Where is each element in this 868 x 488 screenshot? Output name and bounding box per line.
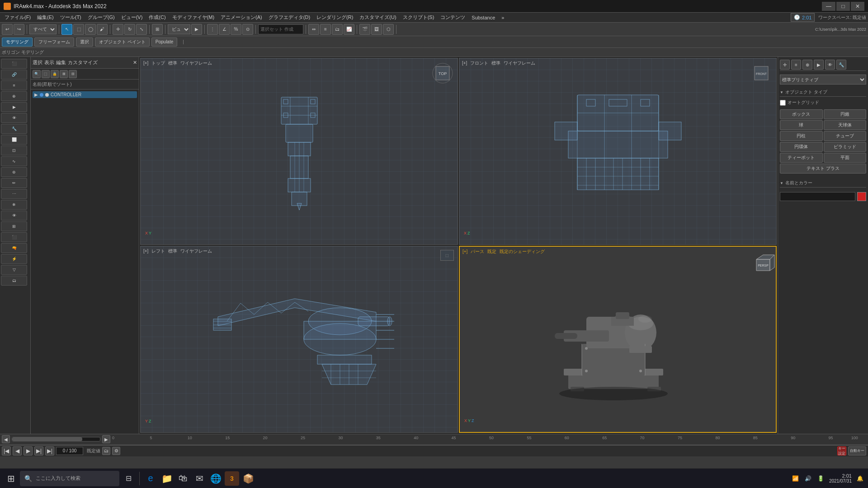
spinner-snap-button[interactable]: ⊙ [242,24,253,35]
vp-persp-name[interactable]: パース [471,249,484,254]
menu-script[interactable]: スクリプト(S) [400,13,437,22]
vp-top-name[interactable]: トップ [151,61,165,66]
sphere-btn[interactable]: 球 [780,120,823,130]
vp-top-label[interactable]: [+] トップ 標準 ワイヤフレーム [143,60,214,66]
vp-persp-label[interactable]: [+] パース 既定 既定のシェーディング [462,249,547,255]
3dsmax-taskbar-icon[interactable]: 3 [225,471,239,486]
vp-persp-mode[interactable]: 既定 [487,249,496,254]
view-dropdown[interactable]: ビュー [168,24,190,34]
ribbon-populate-tab[interactable]: Populate [151,38,177,47]
tool16-btn[interactable]: ⊞ [1,221,27,231]
scene-explorer-menu-select[interactable]: 選択 [33,59,42,66]
tube-btn[interactable]: チューブ [824,131,867,141]
store-icon[interactable]: 🛍 [176,471,190,486]
utilities-btn[interactable]: 🔧 [1,124,27,134]
tool15-btn[interactable]: 👁 [1,211,27,221]
ribbon-freeform-tab[interactable]: フリーフォーム [34,38,74,47]
play-btn[interactable]: ▶ [24,446,33,455]
menu-graph-editor[interactable]: グラフエディタ(D) [266,13,313,22]
explorer-icon[interactable]: 📁 [160,471,174,486]
viewport-top[interactable]: [+] トップ 標準 ワイヤフレーム TOP [140,58,458,245]
vp-front-display[interactable]: ワイヤフレーム [504,61,535,66]
scale-button[interactable]: ⤡ [136,24,147,35]
undo-button[interactable]: ↩ [2,24,13,35]
teapot-btn[interactable]: ティーポット [780,153,823,163]
select-tool-button[interactable]: ↖ [61,24,72,35]
vp-persp-display[interactable]: 既定のシェーディング [500,249,545,254]
color-swatch[interactable] [857,192,866,201]
lasso-select-button[interactable]: ◯ [85,24,96,35]
menu-content[interactable]: コンテンツ [438,13,468,22]
viewport-persp[interactable]: [+] パース 既定 既定のシェーディング PERSP [459,246,777,433]
ribbon-selection-tab[interactable]: 選択 [76,38,93,47]
scene-explorer-menu-display[interactable]: 表示 [44,59,54,66]
curve-editor-button[interactable]: 📈 [344,24,354,35]
paint-select-button[interactable]: 🖌 [97,24,108,35]
scrollbar-thumb[interactable] [12,437,82,441]
scene-collapse-btn[interactable]: ⊟ [69,70,77,78]
selection-set-input[interactable] [258,24,303,34]
chrome-icon[interactable]: 🌐 [208,471,223,486]
viewcube-persp[interactable]: PERSP [750,250,772,273]
menu-tools[interactable]: ツール(T) [57,13,84,22]
vp-left-name[interactable]: レフト [151,249,165,253]
app-icon-2[interactable]: 📦 [241,471,255,486]
menu-file[interactable]: ファイル(F) [2,13,33,22]
vp-front-plus[interactable]: [+] [462,61,467,66]
scroll-right-btn[interactable]: ▶ [102,435,110,443]
display-btn[interactable]: 👁 [1,113,27,123]
next-frame-btn[interactable]: ▶| [34,446,43,455]
tool13-btn[interactable]: ⋯ [1,189,27,199]
speaker-tray-icon[interactable]: 🔊 [804,474,813,483]
vp-front-label[interactable]: [+] フロント 標準 ワイヤフレーム [462,60,537,66]
tool12-btn[interactable]: ✏ [1,178,27,188]
modify-panel-icon[interactable]: ≡ [791,60,801,70]
motion-btn[interactable]: ▶ [1,102,27,112]
utilities-panel-icon[interactable]: 🔧 [836,60,846,70]
tool9-btn[interactable]: ⊡ [1,145,27,155]
textplus-btn[interactable]: テキスト プラス [780,164,866,174]
reference-coord-button[interactable]: ⊞ [152,24,163,35]
vp-left-display[interactable]: ワイヤフレーム [180,249,212,253]
go-start-btn[interactable]: |◀ [2,446,11,455]
redo-button[interactable]: ↪ [14,24,24,35]
angle-snap-button[interactable]: ∠ [219,24,230,35]
tree-item-controller[interactable]: ▶ CONTROLLER [33,91,137,98]
layer-manager-button[interactable]: 🗂 [332,24,343,35]
name-color-collapse-arrow[interactable]: ▼ [780,181,783,185]
preset-settings-btn[interactable]: ⚙ [112,447,120,455]
modifier-list-btn[interactable]: ≡ [1,80,27,90]
create-panel-icon[interactable]: ✛ [780,60,790,70]
tool19-btn[interactable]: ⚡ [1,254,27,264]
tool20-btn[interactable]: ▽ [1,265,27,275]
align-button[interactable]: ≡ [320,24,331,35]
battery-tray-icon[interactable]: 🔋 [816,474,826,483]
cone-btn[interactable]: 円錐 [824,109,867,119]
mail-icon[interactable]: ✉ [192,471,207,486]
plane-btn[interactable]: 平面 [824,153,867,163]
percent-snap-button[interactable]: % [231,24,241,35]
tool10-btn[interactable]: ∿ [1,156,27,166]
maximize-button[interactable]: □ [836,2,850,11]
viewport-left[interactable]: [+] レフト 標準 ワイヤフレーム ⬚ [140,246,458,433]
rotate-button[interactable]: ↻ [124,24,135,35]
timeline-ruler[interactable]: 0 5 10 15 20 25 30 35 40 45 50 55 60 65 … [112,435,866,444]
vp-top-display[interactable]: ワイヤフレーム [180,61,212,66]
tool17-btn[interactable]: ⬛ [1,232,27,242]
minimize-button[interactable]: — [822,2,835,11]
geosphere-btn[interactable]: 天球体 [824,120,867,130]
vp-front-name[interactable]: フロント [470,61,488,66]
tree-visibility-icon[interactable] [40,93,43,97]
start-button[interactable]: ⊞ [4,471,18,486]
menu-group[interactable]: グループ(G) [85,13,118,22]
tool8-btn[interactable]: ⬜ [1,135,27,145]
frame-counter-input[interactable] [56,447,83,455]
go-end-btn[interactable]: ▶| [45,446,54,455]
taskbar-search[interactable]: 🔍 ここに入力して検索 [20,471,119,486]
select-move-button[interactable]: ✛ [113,24,123,35]
scene-filter-btn[interactable]: 🔍 [33,70,41,78]
edge-browser-icon[interactable]: e [143,471,158,486]
network-tray-icon[interactable]: 📶 [791,474,800,483]
select-region-button[interactable]: ⬚ [73,24,84,35]
pyramid-btn[interactable]: ピラミッド [824,142,867,152]
